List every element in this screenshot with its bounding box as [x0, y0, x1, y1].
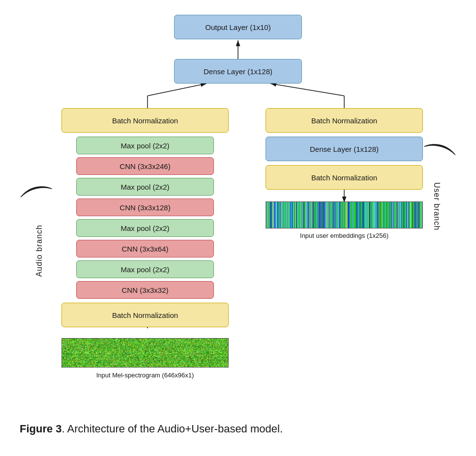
embed-canvas: [266, 202, 422, 228]
mel-canvas: [62, 339, 228, 367]
audio-maxpool4: Max pool (2x2): [76, 260, 214, 278]
dense-top-layer: Dense Layer (1x128): [174, 59, 302, 84]
mel-spectrogram: [61, 338, 229, 368]
audio-branch-label-container: ⌒ Audio branch: [20, 108, 59, 354]
audio-cnn2: CNN (3x3x128): [76, 199, 214, 216]
audio-bn-top: Batch Normalization: [61, 108, 229, 133]
user-embed-label: Input user embeddings (1x256): [266, 232, 423, 239]
figure-caption: Figure 3. Architecture of the Audio+User…: [15, 423, 461, 435]
diagram: Output Layer (1x10) Dense Layer (1x128) …: [15, 10, 461, 413]
audio-bn-bottom: Batch Normalization: [61, 303, 229, 327]
figure-number: Figure 3: [20, 423, 62, 435]
caption-text: . Architecture of the Audio+User-based m…: [62, 423, 283, 435]
svg-line-5: [270, 84, 344, 96]
audio-cnn3: CNN (3x3x64): [76, 240, 214, 257]
user-branch-text: User branch: [432, 182, 441, 230]
audio-cnn4: CNN (3x3x32): [76, 281, 214, 299]
audio-maxpool2: Max pool (2x2): [76, 178, 214, 196]
user-bn-top: Batch Normalization: [266, 108, 423, 133]
main-container: Output Layer (1x10) Dense Layer (1x128) …: [0, 0, 476, 445]
user-branch-label-container: ⌒ User branch: [417, 108, 456, 265]
output-layer: Output Layer (1x10): [174, 15, 302, 39]
svg-line-3: [148, 84, 207, 96]
user-dense-layer: Dense Layer (1x128): [266, 137, 423, 161]
audio-maxpool3: Max pool (2x2): [76, 219, 214, 237]
audio-cnn1: CNN (3x3x246): [76, 157, 214, 175]
audio-branch-text: Audio branch: [35, 225, 44, 277]
user-bn-bottom: Batch Normalization: [266, 165, 423, 190]
mel-label: Input Mel-spectrogram (646x96x1): [61, 371, 229, 379]
audio-maxpool1: Max pool (2x2): [76, 137, 214, 154]
user-embeddings: [266, 201, 423, 228]
